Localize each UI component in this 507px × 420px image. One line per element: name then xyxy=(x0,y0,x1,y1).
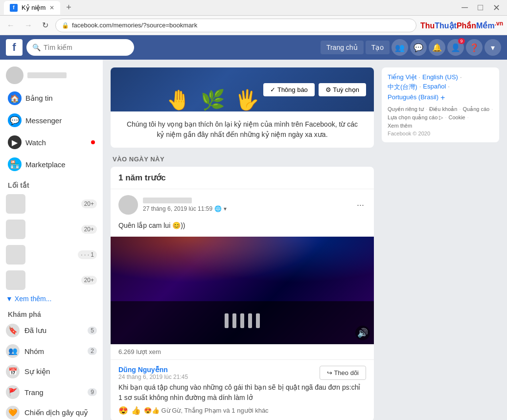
group-count-4: 20+ xyxy=(81,276,97,285)
sidebar-bantin-label: Bảng tin xyxy=(25,94,95,103)
search-icon: 🔍 xyxy=(32,44,41,51)
memories-description: Chúng tôi hy vọng bạn thích ôn lại kỷ ni… xyxy=(111,111,374,148)
minimize-btn[interactable]: ─ xyxy=(459,2,471,13)
group-item-3[interactable]: · · · 1 xyxy=(0,242,103,267)
hand-1: 🤚 xyxy=(166,88,191,111)
watch-dot xyxy=(91,140,95,144)
titlebar: f Kỷ niệm ✕ + ─ □ ✕ xyxy=(0,0,507,16)
group-item-1[interactable]: 20+ xyxy=(0,191,103,217)
more-icon-btn[interactable]: ▾ xyxy=(484,39,501,56)
refresh-button[interactable]: ↻ xyxy=(39,19,51,32)
back-button[interactable]: ← xyxy=(4,19,18,32)
sidebar-item-marketplace[interactable]: 🏪 Marketplace xyxy=(2,154,101,175)
post-date-text: 27 tháng 6, 2019 lúc 11:59 xyxy=(143,205,212,212)
group-item-2[interactable]: 20+ xyxy=(0,217,103,242)
facebook-navbar: f 🔍 Trang chủ Tạo 👥 💬 🔔 👤 9 ❓ ▾ xyxy=(0,35,507,60)
trang-chu-button[interactable]: Trang chủ xyxy=(321,41,364,54)
messenger-icon: 💬 xyxy=(8,113,22,127)
profile-icon-btn[interactable]: 👤 9 xyxy=(447,39,464,56)
help-icon-btn[interactable]: ❓ xyxy=(466,39,483,56)
legal-more[interactable]: Xem thêm xyxy=(388,123,412,129)
explore-saved-label: Đã lưu xyxy=(24,326,83,335)
group-item-4[interactable]: 20+ xyxy=(0,267,103,293)
watermark: ThuThuậtPhầnMềm.vn xyxy=(420,20,503,30)
tao-button[interactable]: Tạo xyxy=(366,41,390,54)
sidebar-user[interactable] xyxy=(0,64,103,87)
group-count-2: 20+ xyxy=(81,225,97,234)
video-overlay: 🔊 xyxy=(355,326,370,340)
notifications-icon-btn[interactable]: 🔔 xyxy=(429,39,445,56)
hand-3: 🖐 xyxy=(235,88,259,111)
sidebar-item-bantin[interactable]: 🏠 Bảng tin xyxy=(2,88,101,109)
memories-desc-text: Chúng tôi hy vọng bạn thích ôn lại kỷ ni… xyxy=(122,119,362,140)
group-count-1: 20+ xyxy=(81,199,97,208)
thong-bao-button[interactable]: ✓ Thông báo xyxy=(263,83,315,96)
follow-button[interactable]: ↪ Theo dõi xyxy=(320,366,366,380)
address-bar[interactable]: 🔒 facebook.com/memories/?source=bookmark xyxy=(55,19,416,32)
post-header: 27 tháng 6, 2019 lúc 11:59 🌐 ▾ ··· xyxy=(111,189,374,221)
tuy-chon-button[interactable]: ⚙ Tuỳ chọn xyxy=(319,83,366,96)
browser-bar: ← → ↻ 🔒 facebook.com/memories/?source=bo… xyxy=(0,16,507,35)
comment-section: ↪ Theo dõi Dũng Nguyễnn 24 tháng 6, 2019… xyxy=(111,360,374,420)
explore-item-pages[interactable]: 🚩 Trang 9 xyxy=(0,382,103,402)
content-area: 🤚 🌿 🖐 ✓ Thông báo ⚙ Tuỳ chọn Chúng tôi h… xyxy=(103,60,507,420)
explore-events-label: Sự kiện xyxy=(24,367,97,376)
browser-tab[interactable]: f Kỷ niệm ✕ xyxy=(4,1,60,15)
legal-terms[interactable]: Điều khoản xyxy=(429,106,457,112)
section-label: VÀO NGÀY NÀY xyxy=(111,155,374,163)
legal-privacy[interactable]: Quyền riêng tư xyxy=(388,106,424,112)
hand-2: 🌿 xyxy=(201,88,225,111)
fundraiser-icon: 🧡 xyxy=(6,406,20,420)
close-btn[interactable]: ✕ xyxy=(490,2,503,13)
search-bar[interactable]: 🔍 xyxy=(26,39,134,56)
explore-pages-count: 9 xyxy=(88,388,97,396)
kham-pha-section: Khám phá xyxy=(0,305,103,320)
explore-item-groups[interactable]: 👥 Nhóm 2 xyxy=(0,341,103,361)
post-text: Quên lắp cam lui 😊)) xyxy=(111,221,374,237)
user-avatar xyxy=(6,66,23,84)
maximize-btn[interactable]: □ xyxy=(475,2,486,13)
post-more-btn[interactable]: ··· xyxy=(355,198,366,212)
language-box: Tiếng Việt · English (US) · 中文(台灣) · Esp… xyxy=(382,67,499,142)
messenger-icon-btn[interactable]: 💬 xyxy=(410,39,427,56)
sidebar-item-watch[interactable]: ▶ Watch xyxy=(2,132,101,153)
search-input[interactable] xyxy=(44,44,128,51)
video-placeholder xyxy=(111,237,374,344)
explore-item-events[interactable]: 📅 Sự kiện xyxy=(0,361,103,382)
see-more-label-1: Xem thêm... xyxy=(15,295,51,303)
lang-viet[interactable]: Tiếng Việt xyxy=(388,73,416,81)
post-video[interactable]: 🔊 xyxy=(111,237,374,344)
sidebar-watch-label: Watch xyxy=(25,138,87,147)
copyright-text: Facebook © 2020 xyxy=(388,131,493,136)
explore-fundraiser-label: Chiến dịch gây quỹ xyxy=(24,408,97,417)
friends-icon-btn[interactable]: 👥 xyxy=(392,39,408,56)
bantin-icon: 🏠 xyxy=(8,91,22,105)
lang-spanish[interactable]: Español xyxy=(423,83,446,91)
group-count-3: · · · 1 xyxy=(78,250,97,259)
post-meta: 27 tháng 6, 2019 lúc 11:59 🌐 ▾ xyxy=(143,198,350,212)
post-user xyxy=(143,198,192,203)
forward-button[interactable]: → xyxy=(22,19,35,32)
legal-cookie[interactable]: Cookie xyxy=(448,114,465,121)
lang-english[interactable]: English (US) xyxy=(422,73,458,81)
group-icon-4 xyxy=(6,270,25,290)
globe-icon: 🌐 xyxy=(214,205,222,212)
watermark-vn: .vn xyxy=(495,20,503,27)
right-sidebar: Tiếng Việt · English (US) · 中文(台灣) · Esp… xyxy=(382,67,499,412)
lang-chinese[interactable]: 中文(台灣) xyxy=(388,83,417,91)
lang-portuguese[interactable]: Português (Brasil) xyxy=(388,93,438,102)
audience-dropdown[interactable]: ▾ xyxy=(224,205,227,212)
explore-item-fundraiser[interactable]: 🧡 Chiến dịch gây quỹ xyxy=(0,402,103,420)
legal-ad-choices[interactable]: Lựa chọn quảng cáo ▷ xyxy=(388,114,443,121)
sidebar-marketplace-label: Marketplace xyxy=(25,160,95,169)
tab-close-btn[interactable]: ✕ xyxy=(49,4,54,11)
volume-icon[interactable]: 🔊 xyxy=(355,326,370,340)
new-tab-button[interactable]: + xyxy=(62,2,75,13)
sidebar-item-messenger[interactable]: 💬 Messenger xyxy=(2,110,101,131)
legal-ads[interactable]: Quảng cáo xyxy=(462,106,489,112)
performer-2 xyxy=(232,313,236,328)
memories-header: 🤚 🌿 🖐 ✓ Thông báo ⚙ Tuỳ chọn xyxy=(111,67,374,111)
add-language-btn[interactable]: + xyxy=(440,93,445,102)
see-more-loi-tat[interactable]: ▼ Xem thêm... xyxy=(0,293,103,305)
explore-item-saved[interactable]: 🔖 Đã lưu 5 xyxy=(0,320,103,341)
